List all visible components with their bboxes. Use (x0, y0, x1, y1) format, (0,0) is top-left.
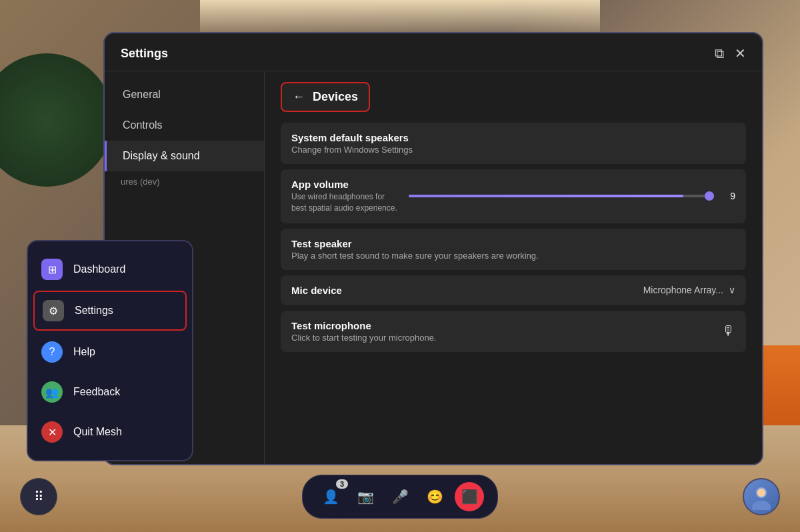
app-volume-left: App volume Use wired headphones for best… (291, 179, 398, 214)
mic-device-arrow: ∨ (729, 285, 735, 295)
test-speaker-label: Test speaker (291, 238, 735, 249)
dashboard-label: Dashboard (73, 263, 125, 275)
test-mic-sublabel: Click to start testing your microphone. (291, 333, 436, 343)
speakers-row: System default speakers Change from Wind… (281, 123, 746, 164)
volume-slider-track[interactable] (409, 195, 714, 197)
svg-point-1 (752, 501, 771, 510)
app-volume-row: App volume Use wired headphones for best… (281, 169, 746, 223)
app-volume-desc: Use wired headphones for best spatial au… (291, 191, 398, 214)
settings-label: Settings (75, 305, 113, 317)
mic-icon: 🎤 (392, 489, 409, 505)
quit-label: Quit Mesh (73, 426, 122, 438)
test-mic-icon[interactable]: 🎙 (722, 323, 735, 339)
mic-device-label: Mic device (291, 285, 342, 296)
close-icon[interactable]: ✕ (735, 45, 746, 61)
settings-header: Settings ⧉ ✕ (105, 33, 762, 71)
camera-button[interactable]: 📷 (351, 482, 380, 511)
taskbar-left: ⠿ (20, 478, 57, 515)
multi-window-icon[interactable]: ⧉ (715, 46, 724, 61)
volume-slider-fill (409, 195, 683, 197)
speakers-sublabel: Change from Windows Settings (291, 145, 735, 155)
volume-slider-thumb[interactable] (705, 191, 714, 201)
test-mic-row: Test microphone Click to start testing y… (281, 311, 746, 352)
help-label: Help (73, 346, 95, 358)
svg-point-2 (757, 489, 765, 497)
settings-icon: ⚙ (43, 300, 64, 321)
taskbar-center: 👤 3 📷 🎤 😊 ⬛ (302, 475, 498, 519)
taskbar: ⠿ 👤 3 📷 🎤 😊 ⬛ (0, 475, 800, 519)
sidebar-item-controls[interactable]: Controls (105, 110, 264, 141)
volume-slider-value: 9 (722, 191, 735, 201)
devices-back-arrow[interactable]: ← (293, 90, 305, 104)
settings-header-icons: ⧉ ✕ (715, 45, 746, 61)
emoji-button[interactable]: 😊 (420, 482, 449, 511)
menu-item-feedback[interactable]: 👥 Feedback (28, 372, 192, 412)
quit-icon: ✕ (41, 421, 63, 443)
settings-panel: Settings ⧉ ✕ General Controls Display & … (103, 32, 763, 465)
mic-device-select[interactable]: Microphone Array... ∨ (643, 285, 735, 295)
settings-title: Settings (121, 47, 168, 61)
sidebar-item-general[interactable]: General (105, 79, 264, 110)
test-mic-label: Test microphone (291, 320, 436, 331)
sidebar-label-controls: Controls (123, 119, 163, 131)
taskbar-right (743, 478, 780, 515)
devices-title: Devices (313, 90, 358, 104)
participants-button[interactable]: 👤 3 (316, 482, 345, 511)
participants-icon: 👤 (323, 489, 339, 505)
settings-content: ← Devices System default speakers Change… (265, 71, 762, 464)
app-volume-label: App volume (291, 179, 398, 190)
sidebar-label-general: General (123, 89, 161, 101)
menu-item-help[interactable]: ? Help (28, 332, 192, 372)
mic-device-value: Microphone Array... (643, 285, 723, 295)
sidebar-features-dev: ures (dev) (105, 171, 264, 192)
help-icon: ? (41, 341, 63, 363)
camera-icon: 📷 (357, 489, 374, 505)
participant-count: 3 (336, 479, 348, 489)
avatar-image (748, 483, 775, 510)
side-menu: ⊞ Dashboard ⚙ Settings ? Help 👥 Feedback… (27, 240, 193, 461)
grid-button[interactable]: ⠿ (20, 478, 57, 515)
avatar-button[interactable] (743, 478, 780, 515)
menu-item-settings[interactable]: ⚙ Settings (33, 291, 187, 331)
sidebar-item-display-sound[interactable]: Display & sound (105, 141, 264, 171)
speakers-label: System default speakers (291, 132, 735, 143)
feedback-icon: 👥 (41, 381, 63, 403)
share-icon: ⬛ (461, 489, 478, 505)
menu-item-quit[interactable]: ✕ Quit Mesh (28, 412, 192, 452)
mic-device-row: Mic device Microphone Array... ∨ (281, 275, 746, 305)
volume-slider-container: 9 (409, 191, 735, 201)
test-speaker-sublabel: Play a short test sound to make sure you… (291, 251, 735, 261)
dashboard-icon: ⊞ (41, 259, 63, 280)
devices-header: ← Devices (281, 82, 370, 112)
test-speaker-row[interactable]: Test speaker Play a short test sound to … (281, 229, 746, 270)
grid-icon: ⠿ (34, 489, 44, 505)
share-button[interactable]: ⬛ (455, 482, 484, 511)
test-mic-left: Test microphone Click to start testing y… (291, 320, 436, 343)
emoji-icon: 😊 (427, 489, 443, 505)
sidebar-label-display-sound: Display & sound (123, 150, 200, 162)
settings-body: General Controls Display & sound ures (d… (105, 71, 762, 464)
menu-item-dashboard[interactable]: ⊞ Dashboard (28, 249, 192, 289)
mic-button[interactable]: 🎤 (385, 482, 415, 511)
feedback-label: Feedback (73, 386, 120, 398)
